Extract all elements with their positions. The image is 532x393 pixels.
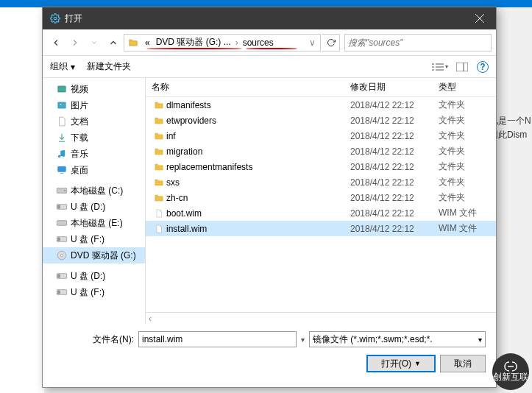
folder-icon (152, 116, 166, 126)
file-date: 2018/4/12 22:12 (350, 162, 439, 172)
dialog-title: 打开 (65, 13, 464, 25)
tree-item-label: U 盘 (D:) (71, 201, 105, 213)
open-button[interactable]: 打开(O) ▼ (366, 355, 436, 372)
file-date: 2018/4/12 22:12 (350, 193, 439, 203)
file-date: 2018/4/12 22:12 (350, 116, 439, 126)
toolbar: 组织 ▾ 新建文件夹 ▾ ? (43, 56, 496, 78)
file-row[interactable]: boot.wim2018/4/12 22:12WIM 文件 (146, 205, 496, 221)
file-name: migration (166, 146, 350, 157)
file-name: dlmanifests (166, 100, 350, 110)
file-type: 文件夹 (439, 99, 496, 111)
file-row[interactable]: inf2018/4/12 22:12文件夹 (146, 128, 496, 144)
search-input[interactable] (348, 38, 488, 48)
file-date: 2018/4/12 22:12 (350, 100, 439, 110)
tree-item-label: 本地磁盘 (E:) (71, 217, 123, 230)
tree-item[interactable]: 视频 (43, 81, 145, 97)
back-button[interactable] (47, 34, 65, 52)
forward-button[interactable] (66, 34, 84, 52)
file-type: 文件夹 (439, 191, 496, 204)
file-pane: 名称 修改日期 类型 dlmanifests2018/4/12 22:12文件夹… (146, 78, 496, 324)
tree-item[interactable]: 本地磁盘 (C:) (43, 183, 145, 199)
file-name: zh-cn (166, 193, 350, 203)
file-row[interactable]: sxs2018/4/12 22:12文件夹 (146, 174, 496, 190)
svg-rect-26 (58, 275, 60, 277)
tree-item[interactable]: 下载 (43, 130, 145, 146)
folder-icon (152, 146, 166, 157)
svg-point-17 (64, 190, 65, 191)
tree-item[interactable]: U 盘 (F:) (43, 284, 145, 300)
column-date[interactable]: 修改日期 (350, 81, 439, 93)
tree-item[interactable]: U 盘 (D:) (43, 268, 145, 284)
annotation-underline-1 (146, 48, 242, 49)
usb-icon (56, 202, 68, 211)
file-date: 2018/4/12 22:12 (350, 131, 439, 141)
up-button[interactable] (104, 34, 122, 52)
refresh-button[interactable] (322, 34, 340, 52)
tree-item[interactable]: U 盘 (F:) (43, 231, 145, 247)
close-button[interactable] (464, 7, 496, 29)
history-dropdown-icon[interactable]: ∨ (308, 38, 317, 48)
filter-select[interactable]: 镜像文件 (*.wim;*.swm;*.esd;*. ▾ (309, 331, 486, 347)
breadcrumb-prefix[interactable]: « (142, 38, 153, 48)
cancel-button[interactable]: 取消 (440, 355, 486, 372)
dialog-footer: 文件名(N): ▾ 镜像文件 (*.wim;*.swm;*.esd;*. ▾ 打… (43, 324, 496, 380)
breadcrumb-drive[interactable]: DVD 驱动器 (G:) ... (153, 36, 234, 49)
watermark-logo: 创新互联 (492, 353, 529, 390)
organize-menu[interactable]: 组织 ▾ (50, 60, 75, 73)
tree-item-label: U 盘 (D:) (71, 270, 105, 283)
file-row[interactable]: install.wim2018/4/12 22:12WIM 文件 (146, 221, 496, 236)
tree-item[interactable]: U 盘 (D:) (43, 199, 145, 215)
tree-item-label: 下载 (71, 132, 88, 144)
tree-item[interactable]: DVD 驱动器 (G:) (43, 247, 145, 263)
column-type[interactable]: 类型 (439, 81, 496, 93)
preview-pane-button[interactable] (452, 59, 472, 75)
breadcrumb-folder[interactable]: sources (240, 38, 277, 48)
file-name: etwproviders (166, 116, 350, 126)
file-date: 2018/4/12 22:12 (350, 208, 439, 219)
disk-icon (56, 219, 68, 227)
file-row[interactable]: dlmanifests2018/4/12 22:12文件夹 (146, 97, 496, 113)
file-row[interactable]: migration2018/4/12 22:12文件夹 (146, 144, 496, 159)
file-row[interactable]: zh-cn2018/4/12 22:12文件夹 (146, 190, 496, 205)
recent-dropdown[interactable] (85, 34, 103, 52)
horizontal-scroll[interactable]: ‹ (146, 312, 496, 324)
background-panel (0, 7, 44, 393)
view-mode-button[interactable]: ▾ (430, 59, 450, 75)
file-row[interactable]: replacementmanifests2018/4/12 22:12文件夹 (146, 159, 496, 174)
folder-tree[interactable]: 视频图片文档下载音乐桌面本地磁盘 (C:)U 盘 (D:)本地磁盘 (E:)U … (43, 78, 146, 324)
folder-icon (152, 162, 166, 172)
svg-rect-28 (58, 291, 60, 294)
tree-item[interactable]: 桌面 (43, 162, 145, 178)
help-button[interactable]: ? (477, 61, 489, 73)
navigation-row: « DVD 驱动器 (G:) ... › sources ∨ (43, 29, 496, 56)
usb-icon (56, 288, 68, 297)
new-folder-button[interactable]: 新建文件夹 (87, 60, 131, 73)
titlebar: 打开 (43, 7, 496, 29)
annotation-underline-2 (246, 48, 297, 49)
file-name: sxs (166, 177, 350, 188)
filename-input[interactable] (138, 331, 297, 347)
chevron-down-icon: ▾ (478, 336, 482, 344)
file-list[interactable]: dlmanifests2018/4/12 22:12文件夹etwprovider… (146, 97, 496, 312)
svg-rect-9 (456, 63, 468, 71)
file-row[interactable]: etwproviders2018/4/12 22:12文件夹 (146, 113, 496, 128)
file-name: inf (166, 131, 350, 141)
video-icon (56, 84, 68, 94)
folder-icon (152, 131, 166, 141)
tree-item[interactable]: 文档 (43, 113, 145, 130)
tree-item[interactable]: 本地磁盘 (E:) (43, 215, 145, 231)
tree-item[interactable]: 图片 (43, 97, 145, 113)
search-box[interactable] (344, 34, 492, 52)
tree-item[interactable]: 音乐 (43, 146, 145, 162)
file-name: replacementmanifests (166, 162, 350, 172)
column-name[interactable]: 名称 (152, 81, 350, 93)
tree-item-label: 图片 (71, 99, 88, 112)
gear-icon (50, 13, 60, 24)
pictures-icon (56, 100, 68, 110)
file-date: 2018/4/12 22:12 (350, 146, 439, 157)
address-bar[interactable]: « DVD 驱动器 (G:) ... › sources ∨ (124, 34, 321, 52)
svg-rect-20 (57, 221, 66, 226)
file-icon (152, 224, 166, 234)
docs-icon (56, 116, 68, 127)
sysdisk-icon (56, 186, 68, 195)
